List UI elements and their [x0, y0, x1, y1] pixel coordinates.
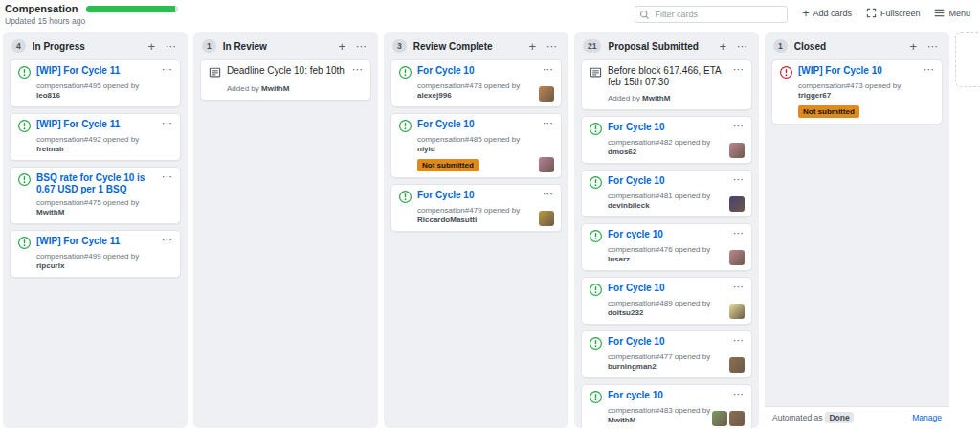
column-menu-button[interactable]: ⋯	[735, 41, 750, 52]
card-meta: compensation#473 opened by trigger67	[798, 81, 934, 101]
add-card-button[interactable]: +	[526, 41, 538, 52]
column-title: In Review	[223, 41, 330, 52]
card-menu-button[interactable]: ⋯	[543, 188, 554, 200]
card-meta-text: compensation#485 opened by	[417, 135, 520, 144]
card-meta: compensation#478 opened by alexej996	[417, 81, 553, 101]
card-menu-button[interactable]: ⋯	[733, 227, 745, 239]
column-header: 21Proposal Submitted+⋯	[574, 32, 759, 57]
card-menu-button[interactable]: ⋯	[543, 63, 554, 76]
card-menu-button[interactable]: ⋯	[352, 63, 364, 76]
card-author: MwithM	[608, 416, 635, 424]
card[interactable]: [WIP] For Cycle 11⋯compensation#492 open…	[10, 113, 181, 161]
avatar	[729, 143, 745, 158]
filter-cards-search	[635, 4, 788, 23]
card[interactable]: [WIP] For Cycle 11⋯compensation#499 open…	[10, 230, 181, 278]
card-menu-button[interactable]: ⋯	[733, 334, 745, 347]
card-author: doitsu232	[608, 308, 643, 317]
menu-button[interactable]: Menu	[934, 8, 970, 20]
card-title-link[interactable]: For Cycle 10	[608, 175, 664, 187]
card[interactable]: Deadline Cycle 10: feb 10th⋯Added by Mwi…	[200, 59, 371, 101]
card[interactable]: For Cycle 10⋯compensation#485 opened by …	[390, 113, 562, 178]
assignee-avatars	[539, 86, 554, 102]
card[interactable]: For Cycle 10⋯compensation#478 opened by …	[390, 59, 562, 107]
not-submitted-label[interactable]: Not submitted	[417, 159, 479, 171]
card-menu-button[interactable]: ⋯	[733, 173, 745, 186]
card-author: devinbileck	[608, 201, 650, 210]
card-menu-button[interactable]: ⋯	[733, 120, 745, 132]
card-title-link[interactable]: For cycle 10	[608, 229, 663, 240]
add-card-button[interactable]: +	[145, 41, 157, 52]
card-title-link[interactable]: For Cycle 10	[417, 119, 474, 130]
card-title-link[interactable]: For Cycle 10	[608, 283, 664, 294]
column-count-badge: 1	[202, 39, 216, 53]
card[interactable]: For cycle 10⋯compensation#483 opened by …	[581, 384, 752, 428]
card[interactable]: [WIP] For Cycle 10⋯compensation#473 open…	[771, 59, 943, 125]
card-title-link[interactable]: BSQ rate for Cycle 10 is 0.67 USD per 1 …	[36, 172, 157, 195]
manage-link[interactable]: Manage	[912, 413, 942, 422]
issue-opened-icon	[590, 284, 602, 296]
column-count-badge: 1	[773, 39, 788, 53]
card-meta: compensation#479 opened by RiccardoMasut…	[417, 206, 553, 225]
card-meta-text: compensation#499 opened by	[36, 252, 139, 261]
card-title-link[interactable]: For Cycle 10	[608, 336, 664, 348]
card-header-row: Deadline Cycle 10: feb 10th	[209, 65, 363, 79]
card[interactable]: [WIP] For Cycle 11⋯compensation#495 open…	[10, 59, 181, 107]
card[interactable]: For cycle 10⋯compensation#476 opened by …	[581, 223, 752, 271]
card-header-row: For Cycle 10	[590, 122, 744, 135]
card[interactable]: For Cycle 10⋯compensation#481 opened by …	[581, 170, 752, 217]
column-menu-button[interactable]: ⋯	[545, 41, 560, 52]
column-menu-button[interactable]: ⋯	[354, 41, 369, 52]
card[interactable]: For Cycle 10⋯compensation#489 opened by …	[581, 277, 752, 325]
card-author: lusarz	[608, 255, 630, 263]
card-title-link[interactable]: For Cycle 10	[417, 190, 474, 201]
card-title-link[interactable]: [WIP] For Cycle 10	[798, 65, 882, 77]
card-menu-button[interactable]: ⋯	[733, 281, 745, 293]
filter-cards-input[interactable]	[635, 6, 788, 23]
fullscreen-button[interactable]: Fullscreen	[866, 8, 921, 20]
issue-opened-icon	[18, 237, 31, 249]
card-menu-button[interactable]: ⋯	[162, 63, 173, 76]
avatar	[729, 411, 745, 426]
card-title-link[interactable]: [WIP] For Cycle 11	[36, 65, 120, 77]
card-meta-text: compensation#492 opened by	[36, 135, 139, 144]
card-title-link[interactable]: For Cycle 10	[608, 122, 664, 133]
not-submitted-label[interactable]: Not submitted	[798, 105, 859, 118]
card-menu-button[interactable]: ⋯	[162, 234, 173, 246]
card-title-link[interactable]: [WIP] For Cycle 11	[36, 119, 120, 130]
note-card-title: Before block 617.466, ETA feb 15th 07:30	[608, 65, 728, 88]
card[interactable]: Before block 617.466, ETA feb 15th 07:30…	[581, 59, 752, 110]
toolbar: + Add cards Fullscreen Menu	[635, 4, 970, 23]
issue-opened-icon	[590, 176, 602, 189]
card-menu-button[interactable]: ⋯	[733, 63, 745, 76]
add-card-button[interactable]: +	[907, 41, 919, 52]
card-menu-button[interactable]: ⋯	[162, 171, 173, 183]
add-cards-label: Add cards	[813, 9, 852, 18]
card-meta-text: compensation#478 opened by	[417, 81, 520, 90]
card-header-row: For Cycle 10	[399, 190, 553, 203]
card-author: MwithM	[642, 94, 670, 102]
column-menu-button[interactable]: ⋯	[925, 41, 941, 52]
card-title-link[interactable]: For Cycle 10	[417, 65, 474, 77]
card[interactable]: For Cycle 10⋯compensation#482 opened by …	[581, 116, 752, 164]
add-card-button[interactable]: +	[336, 41, 347, 52]
card-title-link[interactable]: For cycle 10	[608, 390, 663, 401]
card[interactable]: For Cycle 10⋯compensation#477 opened by …	[581, 330, 752, 378]
card-menu-button[interactable]: ⋯	[924, 63, 935, 76]
card-menu-button[interactable]: ⋯	[733, 388, 745, 400]
card[interactable]: For Cycle 10⋯compensation#479 opened by …	[390, 184, 562, 232]
add-cards-button[interactable]: + Add cards	[802, 9, 852, 18]
card-title-link[interactable]: [WIP] For Cycle 11	[36, 236, 120, 247]
avatar	[729, 250, 745, 265]
issue-opened-icon	[590, 123, 602, 135]
card-header-row: [WIP] For Cycle 10	[780, 65, 934, 79]
add-card-button[interactable]: +	[717, 41, 728, 52]
issue-opened-icon	[399, 191, 412, 203]
column-menu-button[interactable]: ⋯	[164, 41, 179, 52]
card[interactable]: BSQ rate for Cycle 10 is 0.67 USD per 1 …	[10, 167, 181, 224]
add-column-placeholder[interactable]	[955, 32, 980, 87]
card-menu-button[interactable]: ⋯	[162, 117, 173, 129]
column-title: In Progress	[33, 41, 140, 52]
card-menu-button[interactable]: ⋯	[543, 117, 554, 129]
assignee-avatars	[729, 304, 745, 319]
card-meta: compensation#485 opened by niyid	[417, 135, 553, 154]
